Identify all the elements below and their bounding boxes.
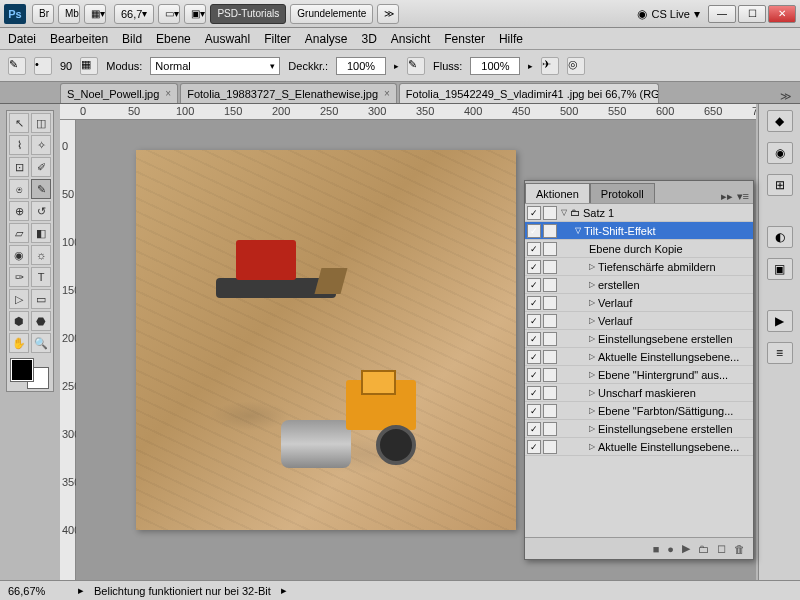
action-checkbox[interactable] — [527, 404, 541, 418]
action-row[interactable]: ▷Tiefenschärfe abmildern — [525, 258, 753, 276]
menu-bild[interactable]: Bild — [122, 32, 142, 46]
3d-tool[interactable]: ⬢ — [9, 311, 29, 331]
action-dialog-toggle[interactable] — [543, 278, 557, 292]
eyedropper-tool[interactable]: ✐ — [31, 157, 51, 177]
tool-preset-icon[interactable]: ✎ — [8, 57, 26, 75]
menu-ansicht[interactable]: Ansicht — [391, 32, 430, 46]
healing-tool[interactable]: ⍟ — [9, 179, 29, 199]
tabs-overflow[interactable]: ≫ — [772, 90, 800, 103]
action-checkbox[interactable] — [527, 296, 541, 310]
action-row[interactable]: ▷Aktuelle Einstellungsebene... — [525, 438, 753, 456]
window-minimize[interactable]: — — [708, 5, 736, 23]
action-checkbox[interactable] — [527, 260, 541, 274]
3d-camera-tool[interactable]: ⬣ — [31, 311, 51, 331]
stop-icon[interactable]: ■ — [653, 543, 660, 555]
action-row[interactable]: Ebene durch Kopie — [525, 240, 753, 258]
airbrush-icon[interactable]: ✈ — [541, 57, 559, 75]
close-icon[interactable]: × — [384, 88, 390, 99]
opacity-input[interactable]: 100% — [336, 57, 386, 75]
window-close[interactable]: ✕ — [768, 5, 796, 23]
action-dialog-toggle[interactable] — [543, 206, 557, 220]
workspace-more[interactable]: ≫ — [377, 4, 399, 24]
pen-tool[interactable]: ✑ — [9, 267, 29, 287]
dodge-tool[interactable]: ☼ — [31, 245, 51, 265]
action-dialog-toggle[interactable] — [543, 296, 557, 310]
play-icon[interactable]: ▶ — [682, 542, 690, 555]
workspace-grundelemente[interactable]: Grundelemente — [290, 4, 373, 24]
status-more-icon[interactable]: ▸ — [281, 584, 287, 597]
foreground-color[interactable] — [11, 359, 33, 381]
gradient-tool[interactable]: ◧ — [31, 223, 51, 243]
action-dialog-toggle[interactable] — [543, 422, 557, 436]
menu-ebene[interactable]: Ebene — [156, 32, 191, 46]
action-checkbox[interactable] — [527, 440, 541, 454]
status-info-icon[interactable]: ▸ — [78, 584, 84, 597]
dock-swatches-icon[interactable]: ◉ — [767, 142, 793, 164]
action-row[interactable]: ▷Einstellungsebene erstellen — [525, 420, 753, 438]
dock-styles-icon[interactable]: ⊞ — [767, 174, 793, 196]
zoom-tool[interactable]: 🔍 — [31, 333, 51, 353]
marquee-tool[interactable]: ◫ — [31, 113, 51, 133]
action-row[interactable]: ▷Ebene "Farbton/Sättigung... — [525, 402, 753, 420]
flow-input[interactable]: 100% — [470, 57, 520, 75]
action-checkbox[interactable] — [527, 206, 541, 220]
menu-auswahl[interactable]: Auswahl — [205, 32, 250, 46]
action-row[interactable]: ▷Verlauf — [525, 312, 753, 330]
action-dialog-toggle[interactable] — [543, 314, 557, 328]
shape-tool[interactable]: ▭ — [31, 289, 51, 309]
action-row[interactable]: ▷Unscharf maskieren — [525, 384, 753, 402]
tab-aktionen[interactable]: Aktionen — [525, 183, 590, 203]
pressure-size-icon[interactable]: ◎ — [567, 57, 585, 75]
trash-icon[interactable]: 🗑 — [734, 543, 745, 555]
screenmode-button[interactable]: ▣▾ — [184, 4, 206, 24]
action-row[interactable]: ▷Ebene "Hintergrund" aus... — [525, 366, 753, 384]
actions-list[interactable]: ▽🗀Satz 1▽Tilt-Shift-EffektEbene durch Ko… — [525, 203, 753, 537]
action-row[interactable]: ▷erstellen — [525, 276, 753, 294]
brush-panel-icon[interactable]: ▦ — [80, 57, 98, 75]
action-checkbox[interactable] — [527, 332, 541, 346]
lasso-tool[interactable]: ⌇ — [9, 135, 29, 155]
brush-tool[interactable]: ✎ — [31, 179, 51, 199]
action-checkbox[interactable] — [527, 224, 541, 238]
type-tool[interactable]: T — [31, 267, 51, 287]
action-row[interactable]: ▽Tilt-Shift-Effekt — [525, 222, 753, 240]
new-set-icon[interactable]: 🗀 — [698, 543, 709, 555]
dock-layers-icon[interactable]: ≡ — [767, 342, 793, 364]
menu-bearbeiten[interactable]: Bearbeiten — [50, 32, 108, 46]
action-dialog-toggle[interactable] — [543, 368, 557, 382]
layout-button[interactable]: ▦▾ — [84, 4, 106, 24]
tab-protokoll[interactable]: Protokoll — [590, 183, 655, 203]
action-row[interactable]: ▷Aktuelle Einstellungsebene... — [525, 348, 753, 366]
doc-tab-2[interactable]: Fotolia_19883727_S_Elenathewise.jpg× — [180, 83, 397, 103]
blend-mode-select[interactable]: Normal — [150, 57, 280, 75]
action-dialog-toggle[interactable] — [543, 260, 557, 274]
color-swatch[interactable] — [9, 359, 51, 389]
action-row[interactable]: ▷Verlauf — [525, 294, 753, 312]
minibridge-button[interactable]: Mb — [58, 4, 80, 24]
action-dialog-toggle[interactable] — [543, 350, 557, 364]
brush-preview[interactable]: • — [34, 57, 52, 75]
pressure-opacity-icon[interactable]: ✎ — [407, 57, 425, 75]
menu-filter[interactable]: Filter — [264, 32, 291, 46]
action-dialog-toggle[interactable] — [543, 332, 557, 346]
zoom-select[interactable]: 66,7 ▾ — [114, 4, 154, 24]
move-tool[interactable]: ↖ — [9, 113, 29, 133]
doc-tab-1[interactable]: S_Noel_Powell.jpg× — [60, 83, 178, 103]
workspace-psd-tutorials[interactable]: PSD-Tutorials — [210, 4, 286, 24]
menu-datei[interactable]: Datei — [8, 32, 36, 46]
record-icon[interactable]: ● — [667, 543, 674, 555]
action-checkbox[interactable] — [527, 422, 541, 436]
panel-menu-icon[interactable]: ▾≡ — [737, 190, 749, 203]
doc-tab-3[interactable]: Fotolia_19542249_S_vladimir41 .jpg bei 6… — [399, 83, 659, 103]
wand-tool[interactable]: ✧ — [31, 135, 51, 155]
path-select-tool[interactable]: ▷ — [9, 289, 29, 309]
eraser-tool[interactable]: ▱ — [9, 223, 29, 243]
menu-3d[interactable]: 3D — [362, 32, 377, 46]
new-action-icon[interactable]: ◻ — [717, 542, 726, 555]
close-icon[interactable]: × — [165, 88, 171, 99]
action-checkbox[interactable] — [527, 314, 541, 328]
action-dialog-toggle[interactable] — [543, 224, 557, 238]
cslive-button[interactable]: ◉ CS Live ▾ — [637, 7, 700, 21]
dock-color-icon[interactable]: ◆ — [767, 110, 793, 132]
action-dialog-toggle[interactable] — [543, 404, 557, 418]
